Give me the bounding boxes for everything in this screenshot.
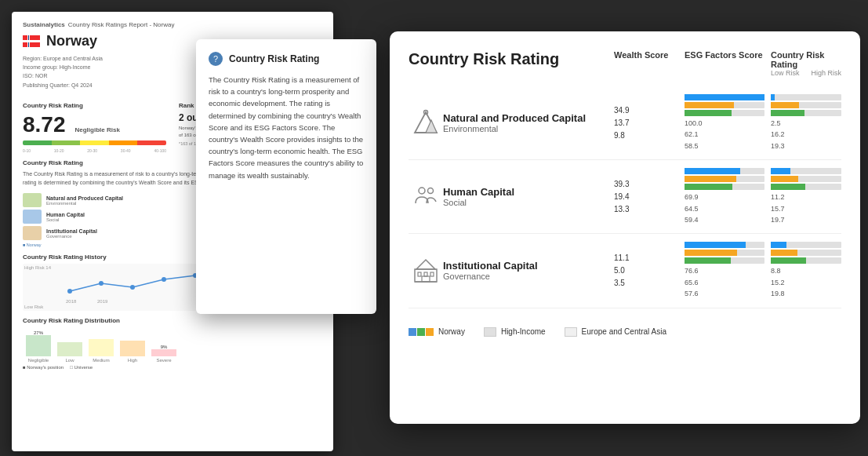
wealth-score-header: Wealth Score xyxy=(614,50,678,60)
row-human-capital: Human Capital Social 39.3 19.4 13.3 69.9… xyxy=(409,160,841,234)
high-risk-label: High Risk xyxy=(811,69,841,77)
institutional-capital-esg: 76.6 65.6 57.6 xyxy=(685,242,771,299)
main-panel-title: Country Risk Rating xyxy=(409,50,608,68)
risk-bar-labels: 0-1010-2020-3030-4040-100 xyxy=(23,148,166,153)
svg-rect-15 xyxy=(430,272,434,276)
institutional-capital-cri: 8.8 15.2 19.8 xyxy=(771,242,841,299)
svg-text:2019: 2019 xyxy=(97,299,108,304)
norway-flag xyxy=(23,35,40,47)
svg-rect-13 xyxy=(418,272,421,276)
low-risk-label: Low Risk xyxy=(771,69,800,77)
svg-point-10 xyxy=(419,188,425,194)
esg-score-header: ESG Factors Score xyxy=(685,50,764,60)
doc-subtitle: Country Risk Ratings Report - Norway xyxy=(68,21,175,28)
rating-section-title: Country Risk Rating xyxy=(23,102,166,109)
svg-rect-16 xyxy=(422,276,430,282)
people-icon xyxy=(412,183,440,211)
popup-header: ? Country Risk Rating xyxy=(209,52,364,66)
row-institutional-capital: Institutional Capital Governance 11.1 5.… xyxy=(409,234,841,308)
human-capital-label: Human Capital Social xyxy=(443,186,614,207)
country-name: Norway xyxy=(46,33,97,49)
popup-body: The Country Risk Rating is a measurement… xyxy=(209,74,364,181)
human-capital-esg: 69.9 64.5 59.4 xyxy=(685,168,771,225)
cri-header: Country Risk Rating xyxy=(771,50,841,69)
popup-overlay: ? Country Risk Rating The Country Risk R… xyxy=(196,39,376,314)
institutional-capital-label: Institutional Capital Governance xyxy=(443,260,614,281)
legend-europe-swatch xyxy=(565,327,577,337)
legend-norway-colors xyxy=(409,328,434,336)
row-natural-capital: Natural and Produced Capital Environment… xyxy=(409,86,841,160)
legend-norway-label: Norway xyxy=(438,327,465,336)
human-capital-wealth: 39.3 19.4 13.3 xyxy=(614,178,685,216)
doc-header: Sustainalytics Country Risk Ratings Repo… xyxy=(23,21,322,28)
doc-logo: Sustainalytics xyxy=(23,21,65,28)
popup-title: Country Risk Rating xyxy=(229,53,319,64)
history-chart-svg: 2018 2019 xyxy=(54,268,211,307)
legend-europe: Europe and Central Asia xyxy=(565,327,666,337)
svg-rect-14 xyxy=(424,272,427,276)
mountain-icon xyxy=(412,109,440,137)
human-capital-icon xyxy=(409,183,443,211)
institutional-capital-wealth: 11.1 5.0 3.5 xyxy=(614,252,685,290)
natural-capital-wealth: 34.9 13.7 9.8 xyxy=(614,104,685,142)
rating-value: 8.72 xyxy=(23,112,66,137)
svg-marker-8 xyxy=(426,120,437,133)
legend-high-income-label: High-Income xyxy=(501,327,546,336)
dist-title: Country Risk Rating Distribution xyxy=(23,317,322,324)
natural-capital-icon xyxy=(409,109,443,137)
legend-high-income: High-Income xyxy=(484,327,546,337)
popup-icon: ? xyxy=(209,52,223,66)
risk-bar xyxy=(23,140,166,145)
legend-norway: Norway xyxy=(409,327,465,336)
human-capital-cri: 11.2 15.7 19.7 xyxy=(771,168,841,225)
main-panel: Country Risk Rating Wealth Score ESG Fac… xyxy=(390,31,860,424)
natural-capital-esg: 100.0 62.1 58.5 xyxy=(685,94,771,151)
dist-chart: 27% Negligible Low Medium High 9% xyxy=(23,327,322,374)
natural-capital-cri: 2.5 16.2 19.3 xyxy=(771,94,841,151)
legend-europe-label: Europe and Central Asia xyxy=(582,327,666,336)
svg-text:2018: 2018 xyxy=(66,299,77,304)
svg-marker-17 xyxy=(416,260,435,269)
building-icon xyxy=(412,257,440,285)
natural-capital-label: Natural and Produced Capital Environment… xyxy=(443,112,614,133)
legend: Norway High-Income Europe and Central As… xyxy=(409,319,841,337)
svg-point-11 xyxy=(428,188,434,193)
rating-label: Negligible Risk xyxy=(75,126,120,133)
institutional-capital-icon xyxy=(409,257,443,285)
legend-high-income-swatch xyxy=(484,327,496,337)
